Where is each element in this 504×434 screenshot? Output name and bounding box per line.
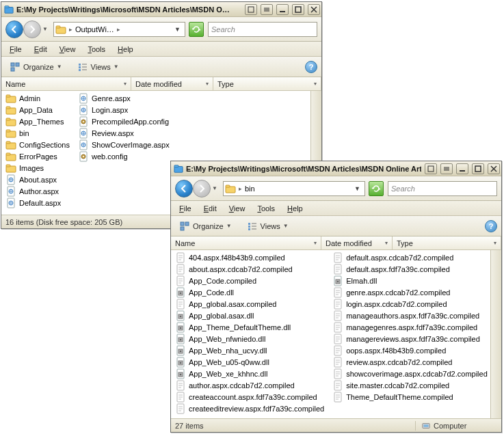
- folder-item[interactable]: bin: [4, 127, 71, 139]
- file-item[interactable]: App_Web_u05-q0ww.dll: [174, 356, 326, 368]
- file-item[interactable]: createaccount.aspx.fdf7a39c.compiled: [174, 391, 326, 403]
- col-date[interactable]: Date modified▾: [321, 236, 393, 249]
- col-date[interactable]: Date modified▾: [131, 77, 213, 90]
- dll-icon: [332, 275, 343, 286]
- toolbar-extra-button-1[interactable]: [425, 163, 437, 174]
- file-item[interactable]: App_Web_xe_khhnc.dll: [174, 368, 326, 379]
- file-item[interactable]: 404.aspx.f48b43b9.compiled: [174, 252, 326, 263]
- file-item[interactable]: Theme_DefaultTheme.compiled: [331, 391, 489, 403]
- file-item[interactable]: App_Web_nha_ucvy.dll: [174, 344, 326, 356]
- minimize-button[interactable]: [276, 4, 289, 15]
- minimize-button[interactable]: [456, 163, 468, 174]
- organize-button[interactable]: Organize ▼: [5, 60, 66, 74]
- col-type[interactable]: Type▾: [213, 77, 321, 90]
- file-item[interactable]: managereviews.aspx.fdf7a39c.compiled: [331, 333, 489, 344]
- explorer-icon: [174, 164, 183, 174]
- folder-item[interactable]: Admin: [4, 92, 71, 104]
- file-item[interactable]: review.aspx.cdcab7d2.compiled: [331, 356, 489, 368]
- search-input[interactable]: Search: [388, 181, 497, 196]
- address-dropdown[interactable]: ▼: [352, 185, 363, 192]
- refresh-button[interactable]: [369, 181, 384, 196]
- svg-point-78: [180, 350, 182, 352]
- folder-item[interactable]: Images: [4, 162, 71, 174]
- menu-help[interactable]: Help: [282, 203, 308, 214]
- close-button[interactable]: [308, 4, 320, 15]
- help-button[interactable]: ?: [485, 220, 497, 232]
- forward-button[interactable]: [193, 180, 211, 198]
- views-button[interactable]: Views ▼: [73, 60, 123, 74]
- toolbar-extra-button-2[interactable]: [261, 4, 273, 15]
- file-item[interactable]: genre.aspx.cdcab7d2.compiled: [331, 286, 489, 298]
- menu-edit[interactable]: Edit: [198, 203, 222, 214]
- maximize-button[interactable]: [292, 4, 304, 15]
- scrollbar[interactable]: [490, 250, 501, 418]
- file-item[interactable]: default.aspx.fdf7a39c.compiled: [331, 263, 489, 275]
- close-button[interactable]: [488, 163, 500, 174]
- file-item[interactable]: web.config: [77, 150, 171, 162]
- nav-history-dropdown[interactable]: ▼: [211, 180, 219, 198]
- file-item[interactable]: App_global.asax.compiled: [174, 298, 326, 310]
- address-bar[interactable]: ▸ bin ▼: [223, 181, 365, 196]
- refresh-button[interactable]: [189, 22, 204, 37]
- file-item[interactable]: about.aspx.cdcab7d2.compiled: [174, 263, 326, 275]
- toolbar-extra-button-2[interactable]: [440, 163, 453, 174]
- address-bar[interactable]: ▸ OutputWi… ▸ ▼: [53, 22, 185, 37]
- maximize-button[interactable]: [472, 163, 484, 174]
- file-item[interactable]: Review.aspx: [77, 127, 171, 139]
- file-item[interactable]: oops.aspx.f48b43b9.compiled: [331, 344, 489, 356]
- file-item[interactable]: App_Theme_DefaultTheme.dll: [174, 321, 326, 333]
- back-button[interactable]: [175, 180, 193, 198]
- help-button[interactable]: ?: [305, 61, 317, 73]
- file-item[interactable]: manageauthors.aspx.fdf7a39c.compiled: [331, 310, 489, 321]
- file-item[interactable]: author.aspx.cdcab7d2.compiled: [174, 379, 326, 391]
- back-button[interactable]: [5, 21, 23, 38]
- folder-item[interactable]: App_Data: [4, 104, 71, 116]
- menu-tools[interactable]: Tools: [252, 203, 280, 214]
- breadcrumb[interactable]: bin: [245, 185, 255, 193]
- folder-item[interactable]: App_Themes: [4, 116, 71, 127]
- views-button[interactable]: Views ▼: [243, 219, 293, 233]
- file-item[interactable]: App_Web_nfwniedo.dll: [174, 333, 326, 344]
- file-item[interactable]: managegenres.aspx.fdf7a39c.compiled: [331, 321, 489, 333]
- nav-history-dropdown[interactable]: ▼: [41, 21, 49, 38]
- file-item[interactable]: App_global.asax.dll: [174, 310, 326, 321]
- file-item[interactable]: showcoverimage.aspx.cdcab7d2.compiled: [331, 368, 489, 379]
- breadcrumb[interactable]: OutputWi…: [75, 25, 114, 33]
- file-item[interactable]: About.aspx: [4, 174, 71, 185]
- toolbar-extra-button-1[interactable]: [245, 4, 257, 15]
- title-bar[interactable]: E:\My Projects\Writings\Microsoft\MSDN A…: [1, 2, 321, 17]
- menu-file[interactable]: File: [174, 203, 197, 214]
- folder-item[interactable]: ErrorPages: [4, 150, 71, 162]
- file-item[interactable]: Genre.aspx: [77, 92, 171, 104]
- file-item[interactable]: ShowCoverImage.aspx: [77, 139, 171, 150]
- menu-tools[interactable]: Tools: [82, 44, 111, 55]
- file-item[interactable]: App_Code.dll: [174, 286, 326, 298]
- forward-button[interactable]: [23, 21, 41, 38]
- file-listing[interactable]: 404.aspx.f48b43b9.compiledabout.aspx.cdc…: [171, 250, 501, 418]
- file-item[interactable]: PrecompiledApp.config: [77, 116, 171, 127]
- search-input[interactable]: Search: [208, 22, 317, 37]
- col-name[interactable]: Name▾: [1, 77, 131, 90]
- menu-help[interactable]: Help: [112, 44, 139, 55]
- title-bar[interactable]: E:\My Projects\Writings\Microsoft\MSDN A…: [171, 161, 501, 176]
- file-name: managereviews.aspx.fdf7a39c.compiled: [346, 335, 480, 343]
- address-dropdown[interactable]: ▼: [172, 26, 183, 33]
- menu-view[interactable]: View: [54, 44, 81, 55]
- views-label: Views: [261, 222, 280, 230]
- menu-file[interactable]: File: [4, 44, 27, 55]
- file-item[interactable]: Default.aspx: [4, 197, 71, 208]
- menu-edit[interactable]: Edit: [29, 44, 53, 55]
- file-item[interactable]: createeditreview.aspx.fdf7a39c.compiled: [174, 403, 326, 414]
- menu-view[interactable]: View: [224, 203, 251, 214]
- col-name[interactable]: Name▾: [171, 236, 321, 249]
- col-type[interactable]: Type▾: [393, 236, 501, 249]
- file-item[interactable]: App_Code.compiled: [174, 275, 326, 286]
- file-item[interactable]: login.aspx.cdcab7d2.compiled: [331, 298, 489, 310]
- file-item[interactable]: Author.aspx: [4, 185, 71, 197]
- organize-button[interactable]: Organize ▼: [175, 219, 236, 233]
- file-item[interactable]: Login.aspx: [77, 104, 171, 116]
- file-item[interactable]: Elmah.dll: [331, 275, 489, 286]
- folder-item[interactable]: ConfigSections: [4, 139, 71, 150]
- file-item[interactable]: site.master.cdcab7d2.compiled: [331, 379, 489, 391]
- file-item[interactable]: default.aspx.cdcab7d2.compiled: [331, 252, 489, 263]
